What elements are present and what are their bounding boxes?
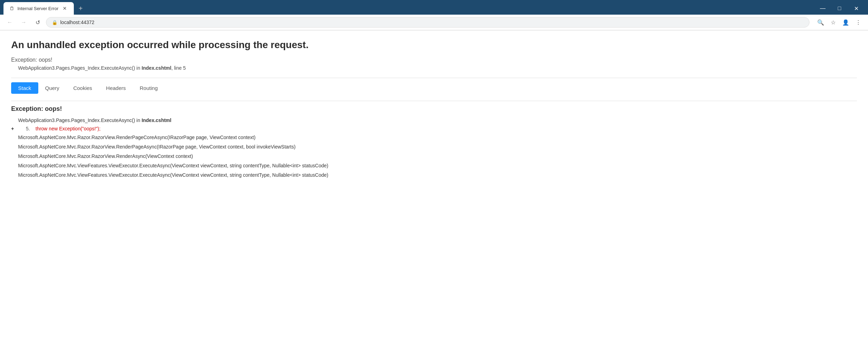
menu-button[interactable]: ⋮ xyxy=(853,17,864,28)
url-text: localhost:44372 xyxy=(60,20,94,25)
exception-file: Index.cshtml xyxy=(142,65,172,71)
address-bar: ← → ↺ 🔒 localhost:44372 🔍 ☆ 👤 ⋮ xyxy=(0,15,868,30)
exception-detail: WebApplication3.Pages.Pages_Index.Execut… xyxy=(11,65,857,71)
close-button[interactable]: ✕ xyxy=(851,3,861,13)
minimize-button[interactable]: — xyxy=(818,3,828,13)
stack-item-3: Microsoft.AspNetCore.Mvc.Razor.RazorView… xyxy=(11,152,857,161)
tab-stack[interactable]: Stack xyxy=(11,82,38,94)
active-tab[interactable]: 🗒 Internal Server Error ✕ xyxy=(3,2,74,15)
stack-item-2: Microsoft.AspNetCore.Mvc.Razor.RazorView… xyxy=(11,142,857,152)
stack-code-line: + 5. throw new Exception("oops!"); xyxy=(11,124,857,133)
zoom-button[interactable]: 🔍 xyxy=(815,17,826,28)
stack-heading: Exception: oops! xyxy=(11,101,857,116)
back-button[interactable]: ← xyxy=(4,17,15,28)
main-heading: An unhandled exception occurred while pr… xyxy=(11,39,857,51)
profile-button[interactable]: 👤 xyxy=(840,17,851,28)
tab-favicon-icon: 🗒 xyxy=(9,6,15,11)
tab-bar: 🗒 Internal Server Error ✕ + — □ ✕ xyxy=(0,0,868,15)
new-tab-button[interactable]: + xyxy=(75,2,86,15)
tab-query[interactable]: Query xyxy=(38,82,67,94)
tab-navigation: Stack Query Cookies Headers Routing xyxy=(11,82,857,94)
stack-file-name: Index.cshtml xyxy=(142,117,172,123)
lock-icon: 🔒 xyxy=(52,20,57,25)
browser-chrome: 🗒 Internal Server Error ✕ + — □ ✕ ← → ↺ … xyxy=(0,0,868,30)
tab-cookies[interactable]: Cookies xyxy=(66,82,99,94)
maximize-button[interactable]: □ xyxy=(835,3,844,13)
stack-section: Exception: oops! WebApplication3.Pages.P… xyxy=(11,101,857,180)
stack-item-5: Microsoft.AspNetCore.Mvc.ViewFeatures.Vi… xyxy=(11,170,857,180)
code-content: throw new Exception("oops!"); xyxy=(36,126,101,131)
url-bar[interactable]: 🔒 localhost:44372 xyxy=(46,17,810,28)
exception-location-text: WebApplication3.Pages.Pages_Index.Execut… xyxy=(18,65,142,71)
exception-line: , line 5 xyxy=(171,65,186,71)
bookmark-button[interactable]: ☆ xyxy=(828,17,839,28)
divider-1 xyxy=(11,78,857,78)
stack-file-text: WebApplication3.Pages.Pages_Index.Execut… xyxy=(18,117,142,123)
expand-button[interactable]: + xyxy=(11,126,17,131)
exception-summary: Exception: oops! xyxy=(11,57,857,63)
window-controls: — □ ✕ xyxy=(818,3,865,13)
stack-item-1: Microsoft.AspNetCore.Mvc.Razor.RazorView… xyxy=(11,133,857,142)
stack-file-line: WebApplication3.Pages.Pages_Index.Execut… xyxy=(11,116,857,124)
tab-title: Internal Server Error xyxy=(17,6,58,11)
page-content: An unhandled exception occurred while pr… xyxy=(0,30,868,349)
tab-routing[interactable]: Routing xyxy=(133,82,165,94)
refresh-button[interactable]: ↺ xyxy=(32,17,43,28)
tab-close-button[interactable]: ✕ xyxy=(61,5,68,12)
tab-headers[interactable]: Headers xyxy=(99,82,133,94)
browser-actions: 🔍 ☆ 👤 ⋮ xyxy=(815,17,864,28)
forward-button[interactable]: → xyxy=(18,17,29,28)
stack-item-4: Microsoft.AspNetCore.Mvc.ViewFeatures.Vi… xyxy=(11,161,857,170)
line-number: 5. xyxy=(19,126,30,131)
